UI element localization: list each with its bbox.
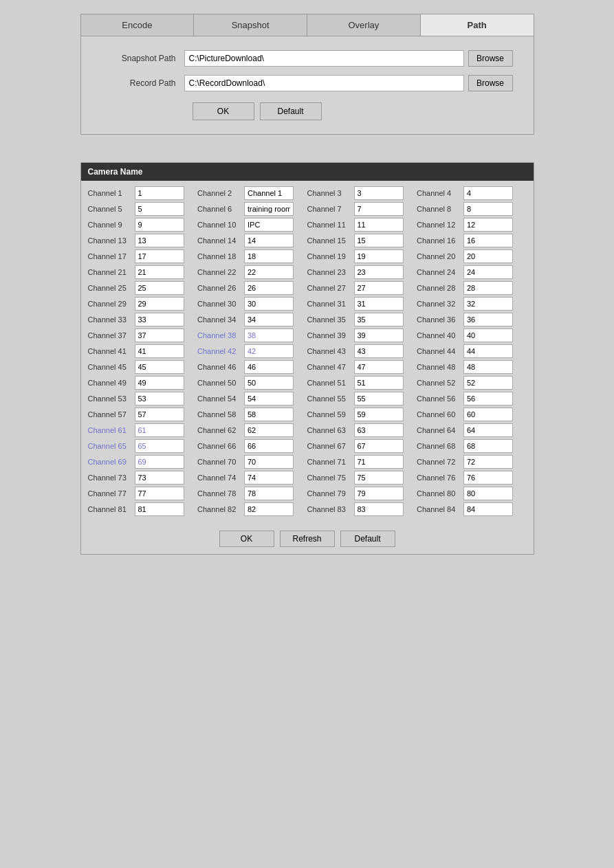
channel-input[interactable] bbox=[463, 502, 513, 516]
channel-input[interactable] bbox=[244, 455, 294, 469]
channel-input[interactable] bbox=[463, 249, 513, 263]
channel-input[interactable] bbox=[135, 471, 184, 485]
channel-input[interactable] bbox=[244, 423, 294, 437]
bottom-ok-button[interactable]: OK bbox=[219, 531, 274, 547]
camera-cell: Channel 56 bbox=[417, 392, 527, 405]
channel-input[interactable] bbox=[135, 408, 184, 421]
channel-input[interactable] bbox=[244, 249, 294, 263]
channel-input[interactable] bbox=[463, 439, 513, 453]
top-default-button[interactable]: Default bbox=[260, 102, 322, 120]
channel-input[interactable] bbox=[244, 502, 294, 516]
channel-input[interactable] bbox=[463, 408, 513, 421]
channel-input[interactable] bbox=[244, 313, 294, 326]
channel-input[interactable] bbox=[244, 234, 294, 247]
channel-input[interactable] bbox=[463, 360, 513, 374]
channel-input[interactable] bbox=[463, 487, 513, 500]
channel-input[interactable] bbox=[135, 202, 184, 216]
channel-input[interactable] bbox=[354, 423, 404, 437]
channel-input[interactable] bbox=[354, 471, 404, 485]
channel-input[interactable] bbox=[463, 234, 513, 247]
channel-input[interactable] bbox=[354, 329, 404, 342]
channel-input[interactable] bbox=[135, 218, 184, 232]
channel-input[interactable] bbox=[354, 455, 404, 469]
channel-input[interactable] bbox=[463, 186, 513, 200]
top-ok-button[interactable]: OK bbox=[193, 102, 254, 120]
tab-encode[interactable]: Encode bbox=[81, 14, 195, 36]
channel-input[interactable] bbox=[354, 297, 404, 311]
channel-input[interactable] bbox=[463, 297, 513, 311]
channel-input[interactable] bbox=[463, 313, 513, 326]
channel-input[interactable] bbox=[354, 392, 404, 405]
channel-input[interactable] bbox=[135, 487, 184, 500]
channel-input[interactable] bbox=[135, 376, 184, 390]
channel-input[interactable] bbox=[135, 313, 184, 326]
channel-input[interactable] bbox=[244, 376, 294, 390]
channel-input[interactable] bbox=[244, 439, 294, 453]
channel-input[interactable] bbox=[244, 344, 294, 358]
channel-input[interactable] bbox=[354, 249, 404, 263]
snapshot-browse-button[interactable]: Browse bbox=[468, 50, 513, 67]
channel-input[interactable] bbox=[354, 281, 404, 295]
channel-input[interactable] bbox=[244, 186, 294, 200]
tab-overlay[interactable]: Overlay bbox=[307, 14, 421, 36]
channel-input[interactable] bbox=[463, 455, 513, 469]
tab-snapshot[interactable]: Snapshot bbox=[194, 14, 307, 36]
channel-input[interactable] bbox=[135, 502, 184, 516]
channel-input[interactable] bbox=[244, 487, 294, 500]
channel-input[interactable] bbox=[135, 329, 184, 342]
record-path-input[interactable] bbox=[184, 75, 464, 91]
channel-input[interactable] bbox=[135, 281, 184, 295]
channel-input[interactable] bbox=[135, 297, 184, 311]
channel-input[interactable] bbox=[135, 392, 184, 405]
channel-input[interactable] bbox=[244, 297, 294, 311]
channel-input[interactable] bbox=[135, 265, 184, 279]
channel-input[interactable] bbox=[244, 360, 294, 374]
channel-input[interactable] bbox=[354, 408, 404, 421]
channel-input[interactable] bbox=[354, 360, 404, 374]
channel-input[interactable] bbox=[135, 344, 184, 358]
channel-input[interactable] bbox=[244, 392, 294, 405]
channel-input[interactable] bbox=[463, 281, 513, 295]
channel-input[interactable] bbox=[354, 502, 404, 516]
channel-input[interactable] bbox=[354, 218, 404, 232]
channel-input[interactable] bbox=[354, 344, 404, 358]
channel-input[interactable] bbox=[354, 234, 404, 247]
channel-input[interactable] bbox=[354, 439, 404, 453]
channel-input[interactable] bbox=[354, 265, 404, 279]
channel-input[interactable] bbox=[135, 439, 184, 453]
tab-path[interactable]: Path bbox=[421, 14, 534, 36]
channel-input[interactable] bbox=[135, 186, 184, 200]
channel-input[interactable] bbox=[135, 234, 184, 247]
channel-input[interactable] bbox=[463, 344, 513, 358]
channel-input[interactable] bbox=[354, 202, 404, 216]
channel-label: Channel 68 bbox=[417, 442, 463, 450]
channel-input[interactable] bbox=[135, 455, 184, 469]
bottom-refresh-button[interactable]: Refresh bbox=[280, 531, 335, 547]
channel-input[interactable] bbox=[463, 329, 513, 342]
channel-input[interactable] bbox=[244, 265, 294, 279]
channel-input[interactable] bbox=[244, 329, 294, 342]
channel-input[interactable] bbox=[244, 218, 294, 232]
channel-input[interactable] bbox=[354, 313, 404, 326]
channel-label: Channel 73 bbox=[88, 474, 135, 482]
channel-input[interactable] bbox=[135, 249, 184, 263]
channel-input[interactable] bbox=[244, 281, 294, 295]
channel-input[interactable] bbox=[463, 202, 513, 216]
channel-input[interactable] bbox=[135, 423, 184, 437]
channel-input[interactable] bbox=[463, 376, 513, 390]
channel-input[interactable] bbox=[463, 392, 513, 405]
channel-input[interactable] bbox=[354, 487, 404, 500]
snapshot-path-input[interactable] bbox=[184, 50, 464, 67]
bottom-default-button[interactable]: Default bbox=[340, 531, 395, 547]
channel-input[interactable] bbox=[135, 360, 184, 374]
channel-input[interactable] bbox=[463, 218, 513, 232]
channel-input[interactable] bbox=[354, 376, 404, 390]
channel-input[interactable] bbox=[244, 471, 294, 485]
channel-input[interactable] bbox=[244, 408, 294, 421]
channel-input[interactable] bbox=[354, 186, 404, 200]
record-browse-button[interactable]: Browse bbox=[468, 75, 513, 91]
channel-input[interactable] bbox=[463, 423, 513, 437]
channel-input[interactable] bbox=[244, 202, 294, 216]
channel-input[interactable] bbox=[463, 471, 513, 485]
channel-input[interactable] bbox=[463, 265, 513, 279]
